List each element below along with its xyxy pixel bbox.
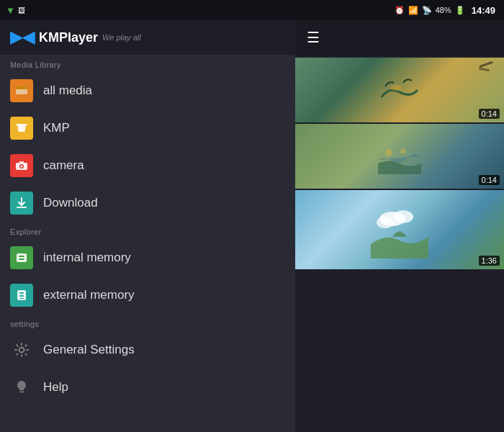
- svg-point-25: [377, 217, 394, 228]
- video-thumb-image-3: [371, 201, 428, 258]
- camera-label: camera: [43, 158, 84, 173]
- all-media-icon: [10, 79, 33, 102]
- video-thumb-bg-3: [295, 190, 504, 269]
- logo-tagline: We play all: [102, 33, 141, 42]
- svg-point-20: [385, 149, 392, 156]
- help-icon: [10, 376, 33, 399]
- video-item-3[interactable]: 1:36: [295, 190, 504, 269]
- status-left: ▼ 🖼: [6, 5, 25, 16]
- svg-rect-10: [19, 258, 24, 260]
- battery-icon: 🔋: [455, 6, 465, 15]
- svg-point-24: [393, 210, 413, 223]
- signal-icon: 📡: [422, 6, 432, 15]
- kmp-label: KMP: [43, 121, 70, 135]
- all-media-label: all media: [43, 84, 92, 98]
- sidebar-item-camera[interactable]: camera: [0, 147, 295, 184]
- download-label: Download: [43, 196, 98, 210]
- internal-memory-icon: [10, 246, 33, 269]
- svg-rect-6: [19, 161, 24, 163]
- sidebar-item-kmp[interactable]: KMP: [0, 109, 295, 147]
- video-item-1[interactable]: 0:14: [295, 58, 504, 122]
- svg-rect-9: [19, 256, 24, 257]
- video-thumb-bg-1: [295, 58, 504, 122]
- svg-point-15: [19, 348, 24, 353]
- video-duration-1: 0:14: [479, 109, 500, 119]
- wifi-green-icon: ▼: [6, 5, 15, 16]
- external-memory-label: external memory: [43, 288, 135, 302]
- video-duration-2: 0:14: [479, 175, 500, 185]
- svg-point-21: [400, 148, 406, 154]
- general-settings-label: General Settings: [43, 343, 135, 357]
- sidebar-item-general-settings[interactable]: General Settings: [0, 331, 295, 369]
- svg-rect-7: [17, 207, 27, 208]
- video-item-2[interactable]: 0:14: [295, 124, 504, 189]
- media-library-label: Media Library: [0, 55, 295, 72]
- svg-rect-8: [17, 253, 27, 262]
- sidebar-item-external-memory[interactable]: external memory: [0, 276, 295, 314]
- status-right: ⏰ 📶 📡 48% 🔋 14:49: [395, 5, 495, 16]
- sidebar-item-help[interactable]: Help: [0, 369, 295, 406]
- photo-icon: 🖼: [18, 6, 25, 14]
- video-duration-3: 1:36: [479, 256, 500, 266]
- internal-memory-label: internal memory: [43, 251, 131, 265]
- svg-rect-1: [16, 86, 27, 89]
- main-container: ▶◀ KMPlayer We play all Media Library al…: [0, 20, 504, 432]
- status-bar: ▼ 🖼 ⏰ 📶 📡 48% 🔋 14:49: [0, 0, 504, 20]
- external-memory-icon: [10, 284, 33, 307]
- sidebar-item-download[interactable]: Download: [0, 184, 295, 222]
- download-icon: [10, 192, 33, 215]
- sidebar: ▶◀ KMPlayer We play all Media Library al…: [0, 20, 295, 432]
- svg-rect-13: [19, 295, 24, 297]
- svg-rect-14: [19, 298, 24, 299]
- wifi-icon: 📶: [408, 6, 418, 15]
- video-thumb-image-2: [378, 138, 421, 174]
- video-thumb-bg-2: [295, 124, 504, 189]
- sidebar-item-internal-memory[interactable]: internal memory: [0, 239, 295, 276]
- logo-km: KM: [39, 30, 59, 45]
- camera-icon: [10, 154, 33, 177]
- help-label: Help: [43, 380, 68, 395]
- alarm-icon: ⏰: [395, 6, 405, 15]
- kmp-icon: [10, 117, 33, 140]
- km-logo-icon: ▶◀: [10, 28, 35, 47]
- battery-indicator: 48%: [436, 6, 451, 14]
- explorer-label: Explorer: [0, 222, 295, 239]
- general-settings-icon: [10, 338, 33, 361]
- logo-player: Player: [59, 30, 98, 45]
- svg-rect-12: [19, 292, 24, 294]
- right-panel: ☰ 0:14: [295, 20, 504, 432]
- video-thumb-image-1: [378, 72, 421, 108]
- hamburger-menu-icon[interactable]: ☰: [307, 29, 320, 46]
- right-panel-header: ☰: [295, 20, 504, 55]
- sidebar-header: ▶◀ KMPlayer We play all: [0, 20, 295, 55]
- clock: 14:49: [472, 5, 495, 16]
- svg-point-18: [390, 85, 402, 91]
- video-list: 0:14 0:14: [295, 55, 504, 432]
- sidebar-item-all-media[interactable]: all media: [0, 72, 295, 109]
- svg-rect-16: [19, 391, 24, 393]
- settings-section-label: settings: [0, 314, 295, 331]
- svg-point-5: [21, 166, 23, 168]
- svg-rect-2: [16, 89, 27, 94]
